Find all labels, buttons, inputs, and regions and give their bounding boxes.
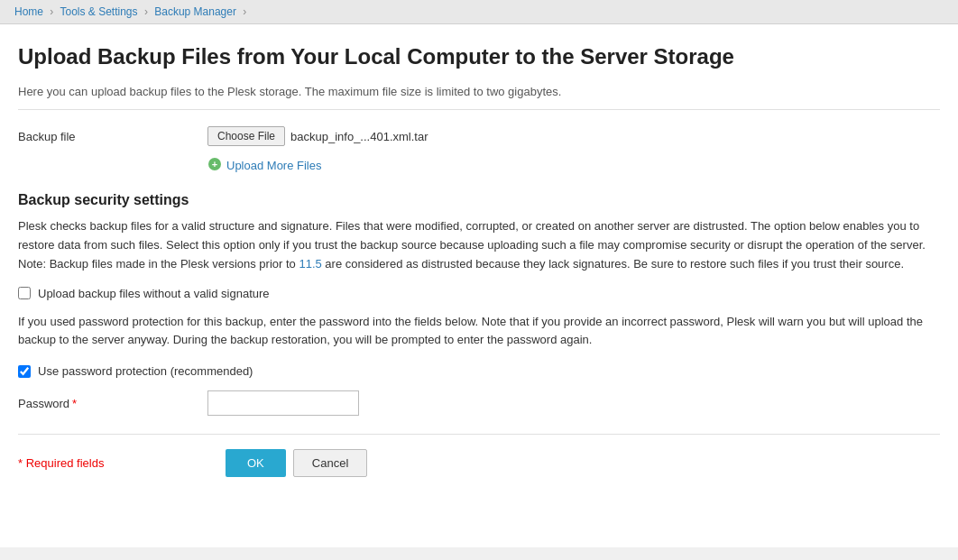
content-area: Upload Backup Files from Your Local Comp… <box>0 24 958 547</box>
upload-no-signature-label: Upload backup files without a valid sign… <box>38 287 270 300</box>
required-fields-text: * Required fields <box>18 456 207 470</box>
use-password-label: Use password protection (recommended) <box>38 364 253 378</box>
security-section-title: Backup security settings <box>18 192 940 208</box>
use-password-row: Use password protection (recommended) <box>18 364 940 378</box>
plesk-version-link[interactable]: 11.5 <box>299 257 321 271</box>
breadcrumb: Home › Tools & Settings › Backup Manager… <box>0 0 958 24</box>
file-input-area: Choose File backup_info_...401.xml.tar <box>207 126 428 146</box>
choose-file-button[interactable]: Choose File <box>207 126 285 146</box>
password-info-text: If you used password protection for this… <box>18 313 940 351</box>
intro-text: Here you can upload backup files to the … <box>18 85 940 110</box>
upload-no-signature-row: Upload backup files without a valid sign… <box>18 287 940 300</box>
page-title: Upload Backup Files from Your Local Comp… <box>18 42 940 70</box>
upload-more-label: Upload More Files <box>226 159 322 172</box>
breadcrumb-sep-2: › <box>144 5 148 18</box>
upload-no-signature-checkbox[interactable] <box>18 287 31 299</box>
page-wrapper: Home › Tools & Settings › Backup Manager… <box>0 0 958 560</box>
file-name: backup_info_...401.xml.tar <box>290 130 428 143</box>
cancel-button[interactable]: Cancel <box>293 449 367 477</box>
breadcrumb-tools[interactable]: Tools & Settings <box>60 5 137 18</box>
breadcrumb-sep-1: › <box>50 5 53 18</box>
password-row: Password* <box>18 390 940 416</box>
svg-text:+: + <box>212 159 217 170</box>
password-required-star: * <box>72 397 77 410</box>
password-label: Password* <box>18 397 207 410</box>
use-password-checkbox[interactable] <box>18 365 31 378</box>
breadcrumb-home[interactable]: Home <box>14 5 43 18</box>
backup-file-row: Backup file Choose File backup_info_...4… <box>18 126 940 146</box>
breadcrumb-sep-3: › <box>243 5 246 18</box>
ok-button[interactable]: OK <box>226 449 286 477</box>
security-description: Plesk checks backup files for a valid st… <box>18 217 940 273</box>
upload-more-link[interactable]: + Upload More Files <box>207 157 940 174</box>
password-input[interactable] <box>207 390 359 416</box>
backup-file-label: Backup file <box>18 130 207 143</box>
upload-icon: + <box>207 157 222 174</box>
breadcrumb-backup[interactable]: Backup Manager <box>154 5 236 18</box>
footer-row: * Required fields OK Cancel <box>18 434 940 477</box>
